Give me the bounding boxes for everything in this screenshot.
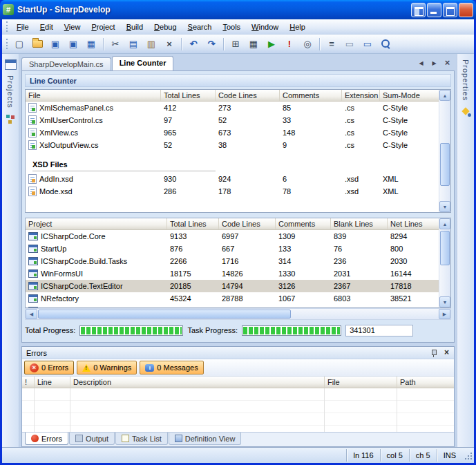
column-header-blank-lines[interactable]: Blank Lines — [331, 218, 388, 229]
comment-icon-button[interactable]: ▭ — [359, 36, 376, 52]
table-row[interactable]: WinFormsUI18175148261330203116144 — [26, 267, 450, 280]
tools-panel-icon[interactable] — [460, 106, 472, 117]
menu-build[interactable]: Build — [121, 20, 149, 34]
close-button[interactable] — [459, 3, 473, 17]
menu-edit[interactable]: Edit — [35, 20, 59, 34]
scroll-thumb[interactable] — [38, 310, 291, 319]
scroll-up-icon[interactable] — [439, 218, 450, 229]
run-icon-button[interactable]: ▶ — [263, 36, 280, 52]
table-row[interactable]: ICSharpCode.TextEditor201851479431262367… — [26, 280, 450, 292]
cut-icon-button[interactable]: ✂ — [107, 36, 124, 52]
close-document-icon[interactable] — [442, 58, 453, 68]
menu-debug[interactable]: Debug — [149, 20, 182, 34]
column-header-project[interactable]: Project — [26, 218, 167, 229]
menu-grip[interactable] — [6, 21, 8, 32]
sidebar-tab-properties[interactable]: Properties — [461, 59, 470, 101]
menu-project[interactable]: Project — [86, 20, 120, 34]
column-header-sum-mode[interactable]: Sum-Mode — [380, 90, 441, 101]
title-extra-button[interactable] — [411, 3, 426, 17]
tab-sharpdevelopmain[interactable]: SharpDevelopMain.cs — [21, 57, 111, 70]
table-row[interactable]: ICSharpCode.Build.Tasks22661716314236203… — [26, 255, 450, 267]
table-row[interactable]: XmlView.cs965673148.csC-Style — [26, 126, 450, 139]
column-header-file[interactable]: File — [325, 377, 397, 388]
menu-window[interactable]: Window — [246, 20, 284, 34]
column-header-net-lines[interactable]: Net Lines — [388, 218, 443, 229]
resize-grip[interactable] — [462, 449, 474, 462]
open-folder-icon-button[interactable] — [29, 36, 46, 52]
delete-icon-button[interactable]: × — [161, 36, 178, 52]
undo-icon-button[interactable]: ↶ — [185, 36, 202, 52]
messages-toggle-button[interactable]: 0 Messages — [140, 361, 203, 374]
table-row[interactable]: XslOutputView.cs52389.csC-Style — [26, 139, 450, 151]
minimize-button[interactable] — [427, 3, 441, 17]
record-icon-button[interactable]: ◎ — [299, 36, 316, 52]
column-header-file[interactable]: File — [26, 90, 161, 101]
scroll-left-icon[interactable] — [26, 309, 37, 319]
menu-view[interactable]: View — [59, 20, 86, 34]
column-header-description[interactable]: Description — [70, 377, 325, 388]
table-row[interactable]: StartUp87666713376800 — [26, 243, 450, 255]
scroll-down-icon[interactable] — [439, 201, 450, 212]
tab-task-list[interactable]: Task List — [115, 433, 168, 445]
column-header-extension[interactable]: Extension — [342, 90, 380, 101]
save-icon-button[interactable]: ▣ — [65, 36, 82, 52]
tab-line-counter[interactable]: Line Counter — [112, 56, 174, 70]
save-as-icon-button[interactable]: ▣ — [47, 36, 64, 52]
build-all-icon-button[interactable]: ▦ — [245, 36, 262, 52]
scroll-track[interactable] — [439, 229, 450, 296]
new-file-icon-button[interactable]: ▢ — [11, 36, 28, 52]
tab-output[interactable]: Output — [69, 433, 115, 445]
scroll-right-icon[interactable] — [439, 309, 450, 319]
menu-search[interactable]: Search — [182, 20, 218, 34]
column-header-code-lines[interactable]: Code Lines — [216, 90, 280, 101]
output-pad-icon-button[interactable]: ▭ — [341, 36, 358, 52]
close-panel-icon[interactable] — [442, 348, 451, 357]
errors-toggle-button[interactable]: 0 Errors — [24, 361, 74, 374]
scroll-down-icon[interactable] — [439, 296, 450, 307]
tab-definition-view[interactable]: Definition View — [169, 433, 242, 445]
title-bar[interactable]: StartUp - SharpDevelop — [0, 0, 476, 19]
projects-scrollbar[interactable] — [439, 218, 450, 307]
table-row[interactable]: AddIn.xsd9309246.xsdXML — [26, 173, 450, 185]
abort-icon-button[interactable]: ! — [281, 36, 298, 52]
paste-icon-button[interactable]: ▥ — [143, 36, 160, 52]
classes-panel-icon[interactable] — [5, 114, 17, 124]
sidebar-tab-projects[interactable]: Projects — [6, 75, 15, 108]
column-header--[interactable]: ! — [22, 377, 35, 388]
build-icon-button[interactable]: ⊞ — [227, 36, 244, 52]
column-header-total-lines[interactable]: Total Lines — [161, 90, 216, 101]
column-header-comments[interactable]: Comments — [280, 90, 342, 101]
pin-icon[interactable] — [430, 349, 437, 357]
scroll-up-icon[interactable] — [439, 90, 450, 101]
files-scrollbar[interactable] — [439, 90, 450, 212]
redo-icon-button[interactable]: ↷ — [203, 36, 220, 52]
column-header-path[interactable]: Path — [397, 377, 454, 388]
horizontal-scrollbar[interactable] — [25, 308, 451, 320]
table-row[interactable]: ICSharpCode.Core9133699713098398294 — [26, 230, 450, 243]
table-row[interactable]: NRefactory45324287881067680338521 — [26, 292, 450, 305]
menu-help[interactable]: Help — [284, 20, 311, 34]
tab-scroll-left-icon[interactable] — [416, 58, 426, 68]
search-icon-button[interactable] — [377, 36, 394, 52]
menu-tools[interactable]: Tools — [217, 20, 246, 34]
save-all-icon-button[interactable]: ▦ — [83, 36, 99, 52]
table-row[interactable]: XmlUserControl.cs975233.csC-Style — [26, 114, 450, 126]
warnings-toggle-button[interactable]: 0 Warnings — [77, 361, 137, 374]
projects-panel-icon[interactable] — [5, 59, 17, 70]
toolbar-grip[interactable] — [6, 39, 8, 49]
copy-icon-button[interactable]: ▤ — [125, 36, 142, 52]
column-header-comments[interactable]: Comments — [276, 218, 331, 229]
scroll-track[interactable] — [37, 309, 439, 319]
table-row[interactable] — [26, 305, 450, 308]
column-header-code-lines[interactable]: Code Lines — [219, 218, 276, 229]
scroll-track[interactable] — [439, 101, 450, 201]
restore-button[interactable] — [443, 3, 457, 17]
table-row[interactable]: Mode.xsd28617878.xsdXML — [26, 185, 450, 198]
tab-errors[interactable]: Errors — [25, 433, 68, 445]
tab-scroll-right-icon[interactable] — [429, 58, 439, 68]
task-list-icon-button[interactable]: ≡ — [323, 36, 340, 52]
menu-file[interactable]: File — [11, 20, 35, 34]
column-header-line[interactable]: Line — [35, 377, 70, 388]
column-header-total-lines[interactable]: Total Lines — [167, 218, 219, 229]
table-row[interactable]: XmlSchemasPanel.cs41227385.csC-Style — [26, 102, 450, 114]
